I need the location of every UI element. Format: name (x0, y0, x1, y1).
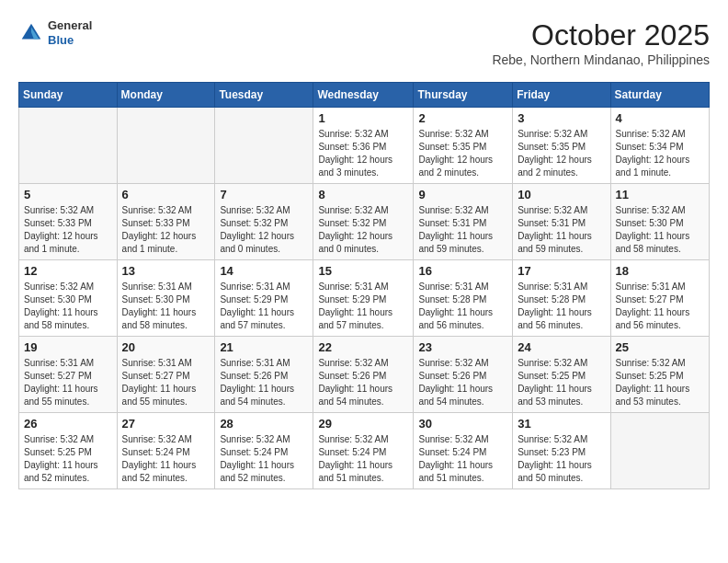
day-info: Sunrise: 5:32 AM Sunset: 5:23 PM Dayligh… (518, 433, 605, 485)
weekday-header-monday: Monday (117, 83, 215, 108)
calendar-cell: 17Sunrise: 5:31 AM Sunset: 5:28 PM Dayli… (513, 260, 610, 337)
day-number: 2 (418, 111, 507, 125)
day-info: Sunrise: 5:31 AM Sunset: 5:27 PM Dayligh… (616, 281, 704, 332)
day-info: Sunrise: 5:32 AM Sunset: 5:34 PM Dayligh… (616, 128, 704, 179)
calendar-cell: 12Sunrise: 5:32 AM Sunset: 5:30 PM Dayli… (19, 260, 118, 337)
day-info: Sunrise: 5:32 AM Sunset: 5:33 PM Dayligh… (122, 204, 210, 256)
day-number: 16 (418, 264, 507, 278)
day-number: 11 (616, 188, 704, 201)
day-info: Sunrise: 5:32 AM Sunset: 5:24 PM Dayligh… (318, 433, 408, 485)
day-info: Sunrise: 5:31 AM Sunset: 5:27 PM Dayligh… (24, 357, 112, 408)
calendar-cell: 10Sunrise: 5:32 AM Sunset: 5:31 PM Dayli… (513, 184, 610, 260)
day-info: Sunrise: 5:31 AM Sunset: 5:28 PM Dayligh… (418, 281, 507, 332)
calendar-cell: 27Sunrise: 5:32 AM Sunset: 5:24 PM Dayli… (117, 413, 215, 489)
day-number: 9 (418, 188, 507, 201)
day-info: Sunrise: 5:32 AM Sunset: 5:31 PM Dayligh… (418, 204, 507, 256)
weekday-header-wednesday: Wednesday (313, 83, 414, 108)
calendar-cell: 5Sunrise: 5:32 AM Sunset: 5:33 PM Daylig… (19, 184, 118, 260)
day-info: Sunrise: 5:32 AM Sunset: 5:31 PM Dayligh… (518, 204, 605, 256)
logo-icon (18, 20, 44, 46)
calendar-week-row: 26Sunrise: 5:32 AM Sunset: 5:25 PM Dayli… (19, 413, 710, 489)
calendar-cell: 24Sunrise: 5:32 AM Sunset: 5:25 PM Dayli… (513, 337, 610, 413)
calendar-cell (117, 108, 215, 184)
weekday-header-thursday: Thursday (414, 83, 513, 108)
day-number: 10 (518, 188, 605, 201)
calendar-table: SundayMondayTuesdayWednesdayThursdayFrid… (18, 82, 710, 489)
day-number: 7 (220, 188, 308, 201)
calendar-cell: 20Sunrise: 5:31 AM Sunset: 5:27 PM Dayli… (117, 337, 215, 413)
day-info: Sunrise: 5:31 AM Sunset: 5:30 PM Dayligh… (122, 281, 210, 332)
day-info: Sunrise: 5:32 AM Sunset: 5:24 PM Dayligh… (122, 433, 210, 485)
location-subtitle: Rebe, Northern Mindanao, Philippines (492, 52, 710, 67)
calendar-week-row: 12Sunrise: 5:32 AM Sunset: 5:30 PM Dayli… (19, 260, 710, 337)
day-number: 28 (220, 417, 308, 431)
day-info: Sunrise: 5:32 AM Sunset: 5:25 PM Dayligh… (24, 433, 112, 485)
day-number: 30 (418, 417, 507, 431)
day-info: Sunrise: 5:32 AM Sunset: 5:35 PM Dayligh… (418, 128, 507, 179)
day-number: 15 (318, 264, 408, 278)
day-info: Sunrise: 5:32 AM Sunset: 5:30 PM Dayligh… (616, 204, 704, 256)
day-info: Sunrise: 5:31 AM Sunset: 5:29 PM Dayligh… (318, 281, 408, 332)
logo-general-text: General (48, 18, 92, 33)
day-number: 6 (122, 188, 210, 201)
calendar-cell: 28Sunrise: 5:32 AM Sunset: 5:24 PM Dayli… (215, 413, 313, 489)
day-number: 12 (24, 264, 112, 278)
calendar-cell: 23Sunrise: 5:32 AM Sunset: 5:26 PM Dayli… (414, 337, 513, 413)
calendar-cell: 9Sunrise: 5:32 AM Sunset: 5:31 PM Daylig… (414, 184, 513, 260)
calendar-cell: 14Sunrise: 5:31 AM Sunset: 5:29 PM Dayli… (215, 260, 313, 337)
weekday-header-saturday: Saturday (610, 83, 709, 108)
day-info: Sunrise: 5:32 AM Sunset: 5:24 PM Dayligh… (220, 433, 308, 485)
day-number: 26 (24, 417, 112, 431)
calendar-cell: 7Sunrise: 5:32 AM Sunset: 5:32 PM Daylig… (215, 184, 313, 260)
day-info: Sunrise: 5:32 AM Sunset: 5:33 PM Dayligh… (24, 204, 112, 256)
calendar-cell: 6Sunrise: 5:32 AM Sunset: 5:33 PM Daylig… (117, 184, 215, 260)
calendar-cell (215, 108, 313, 184)
day-number: 18 (616, 264, 704, 278)
day-info: Sunrise: 5:32 AM Sunset: 5:26 PM Dayligh… (318, 357, 408, 408)
day-number: 5 (24, 188, 112, 201)
day-info: Sunrise: 5:32 AM Sunset: 5:24 PM Dayligh… (418, 433, 507, 485)
calendar-cell: 15Sunrise: 5:31 AM Sunset: 5:29 PM Dayli… (313, 260, 414, 337)
calendar-cell: 22Sunrise: 5:32 AM Sunset: 5:26 PM Dayli… (313, 337, 414, 413)
day-number: 1 (318, 111, 408, 125)
calendar-cell: 16Sunrise: 5:31 AM Sunset: 5:28 PM Dayli… (414, 260, 513, 337)
calendar-cell: 25Sunrise: 5:32 AM Sunset: 5:25 PM Dayli… (610, 337, 709, 413)
weekday-header-friday: Friday (513, 83, 610, 108)
day-number: 14 (220, 264, 308, 278)
day-number: 3 (518, 111, 605, 125)
calendar-cell: 2Sunrise: 5:32 AM Sunset: 5:35 PM Daylig… (414, 108, 513, 184)
day-number: 4 (616, 111, 704, 125)
day-number: 24 (518, 340, 605, 354)
calendar-cell: 13Sunrise: 5:31 AM Sunset: 5:30 PM Dayli… (117, 260, 215, 337)
calendar-week-row: 5Sunrise: 5:32 AM Sunset: 5:33 PM Daylig… (19, 184, 710, 260)
calendar-week-row: 1Sunrise: 5:32 AM Sunset: 5:36 PM Daylig… (19, 108, 710, 184)
calendar-cell: 30Sunrise: 5:32 AM Sunset: 5:24 PM Dayli… (414, 413, 513, 489)
calendar-cell: 8Sunrise: 5:32 AM Sunset: 5:32 PM Daylig… (313, 184, 414, 260)
calendar-cell: 4Sunrise: 5:32 AM Sunset: 5:34 PM Daylig… (610, 108, 709, 184)
calendar-cell: 31Sunrise: 5:32 AM Sunset: 5:23 PM Dayli… (513, 413, 610, 489)
day-info: Sunrise: 5:31 AM Sunset: 5:28 PM Dayligh… (518, 281, 605, 332)
calendar-cell: 19Sunrise: 5:31 AM Sunset: 5:27 PM Dayli… (19, 337, 118, 413)
day-number: 19 (24, 340, 112, 354)
day-number: 13 (122, 264, 210, 278)
day-number: 17 (518, 264, 605, 278)
day-number: 27 (122, 417, 210, 431)
calendar-cell: 29Sunrise: 5:32 AM Sunset: 5:24 PM Dayli… (313, 413, 414, 489)
calendar-cell: 21Sunrise: 5:31 AM Sunset: 5:26 PM Dayli… (215, 337, 313, 413)
day-number: 8 (318, 188, 408, 201)
day-number: 21 (220, 340, 308, 354)
calendar-cell: 11Sunrise: 5:32 AM Sunset: 5:30 PM Dayli… (610, 184, 709, 260)
day-info: Sunrise: 5:32 AM Sunset: 5:30 PM Dayligh… (24, 281, 112, 332)
calendar-cell (19, 108, 118, 184)
day-info: Sunrise: 5:32 AM Sunset: 5:26 PM Dayligh… (418, 357, 507, 408)
day-number: 23 (418, 340, 507, 354)
page-header: General Blue October 2025 Rebe, Northern… (18, 18, 710, 67)
calendar-week-row: 19Sunrise: 5:31 AM Sunset: 5:27 PM Dayli… (19, 337, 710, 413)
day-number: 22 (318, 340, 408, 354)
day-number: 25 (616, 340, 704, 354)
day-info: Sunrise: 5:32 AM Sunset: 5:32 PM Dayligh… (318, 204, 408, 256)
weekday-header-row: SundayMondayTuesdayWednesdayThursdayFrid… (19, 83, 710, 108)
weekday-header-sunday: Sunday (19, 83, 118, 108)
calendar-cell (610, 413, 709, 489)
day-info: Sunrise: 5:32 AM Sunset: 5:36 PM Dayligh… (318, 128, 408, 179)
